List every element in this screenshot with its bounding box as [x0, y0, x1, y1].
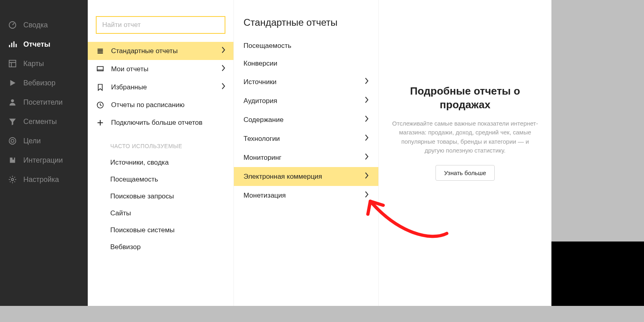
- search-box: [96, 16, 225, 34]
- std-report-label: Технологии: [244, 135, 365, 143]
- std-report-attendance[interactable]: Посещаемость: [234, 37, 378, 55]
- std-report-label: Содержание: [244, 116, 365, 124]
- report-group-standard[interactable]: Стандартные отчеты: [88, 42, 233, 60]
- info-title: Подробные отчеты о продажах: [391, 85, 539, 112]
- gear-icon: [8, 175, 17, 184]
- frequent-item[interactable]: Сайты: [88, 205, 233, 222]
- report-group-label: Отчеты по расписанию: [111, 101, 225, 109]
- std-report-audience[interactable]: Аудитория: [234, 91, 378, 110]
- nav-item-summary[interactable]: Сводка: [0, 15, 88, 35]
- chevron-right-icon: [221, 46, 225, 56]
- svg-point-3: [9, 138, 16, 144]
- svg-point-5: [11, 178, 14, 181]
- info-description: Отслеживайте самые важные показатели инт…: [391, 119, 539, 155]
- main-nav: Сводка Отчеты Карты Вебвизор Посетители: [0, 0, 88, 306]
- funnel-icon: [8, 117, 17, 126]
- nav-label: Посетители: [23, 98, 63, 107]
- plus-icon: [96, 118, 105, 127]
- panel-title: Стандартные отчеты: [234, 17, 378, 37]
- chevron-right-icon: [365, 191, 369, 200]
- std-report-label: Электронная коммерция: [244, 173, 365, 181]
- report-group-scheduled[interactable]: Отчеты по расписанию: [88, 96, 233, 114]
- list-icon: [96, 47, 105, 56]
- speedometer-icon: [8, 21, 17, 29]
- nav-label: Цели: [23, 137, 41, 145]
- play-icon: [8, 78, 17, 87]
- svg-rect-1: [9, 60, 16, 67]
- chevron-right-icon: [365, 96, 369, 105]
- layout-icon: [8, 59, 17, 68]
- frequent-item[interactable]: Посещаемость: [88, 171, 233, 188]
- std-report-label: Монетизация: [244, 192, 365, 200]
- reports-panel: Стандартные отчеты Мои отчеты Избранные: [88, 0, 233, 306]
- nav-item-visitors[interactable]: Посетители: [0, 93, 88, 112]
- std-report-label: Посещаемость: [244, 42, 369, 50]
- monitor-icon: [96, 65, 105, 74]
- nav-label: Сводка: [23, 21, 48, 29]
- nav-item-integrations[interactable]: Интеграции: [0, 151, 88, 170]
- std-report-technology[interactable]: Технологии: [234, 129, 378, 148]
- report-group-favorites[interactable]: Избранные: [88, 78, 233, 96]
- info-panel: Подробные отчеты о продажах Отслеживайте…: [378, 0, 551, 306]
- chevron-right-icon: [365, 172, 369, 181]
- puzzle-icon: [8, 156, 17, 165]
- std-report-content[interactable]: Содержание: [234, 110, 378, 129]
- nav-item-segments[interactable]: Сегменты: [0, 112, 88, 131]
- std-report-label: Аудитория: [244, 97, 365, 105]
- frequent-header: ЧАСТО ИСПОЛЬЗУЕМЫЕ: [88, 132, 233, 154]
- bookmark-icon: [96, 83, 105, 92]
- nav-label: Вебвизор: [23, 79, 56, 87]
- standard-reports-panel: Стандартные отчеты Посещаемость Конверси…: [233, 0, 378, 306]
- std-report-sources[interactable]: Источники: [234, 72, 378, 91]
- report-group-label: Стандартные отчеты: [111, 47, 221, 55]
- nav-item-settings[interactable]: Настройка: [0, 170, 88, 189]
- bar-chart-icon: [8, 40, 17, 49]
- nav-label: Интеграции: [23, 156, 63, 165]
- frequent-item[interactable]: Поисковые системы: [88, 222, 233, 239]
- report-group-my[interactable]: Мои отчеты: [88, 60, 233, 78]
- person-icon: [8, 98, 17, 107]
- nav-label: Настройка: [23, 175, 59, 184]
- std-report-monitoring[interactable]: Мониторинг: [234, 148, 378, 167]
- target-icon: [8, 136, 17, 145]
- chevron-right-icon: [221, 64, 225, 74]
- report-group-label: Подключить больше отчетов: [111, 119, 225, 127]
- search-input[interactable]: [102, 21, 219, 29]
- frequent-item[interactable]: Источники, сводка: [88, 154, 233, 171]
- report-group-label: Избранные: [111, 83, 221, 91]
- report-group-label: Мои отчеты: [111, 65, 221, 73]
- app-container: Сводка Отчеты Карты Вебвизор Посетители: [0, 0, 551, 306]
- nav-label: Отчеты: [23, 40, 50, 49]
- std-report-label: Источники: [244, 78, 365, 86]
- decorative-corner: [551, 242, 644, 306]
- frequent-item[interactable]: Поисковые запросы: [88, 188, 233, 205]
- nav-item-reports[interactable]: Отчеты: [0, 35, 88, 54]
- nav-item-maps[interactable]: Карты: [0, 54, 88, 73]
- chevron-right-icon: [365, 153, 369, 162]
- nav-item-webvisor[interactable]: Вебвизор: [0, 73, 88, 93]
- nav-label: Сегменты: [23, 118, 57, 126]
- chevron-right-icon: [365, 115, 369, 124]
- svg-point-2: [11, 99, 14, 102]
- clock-icon: [96, 101, 105, 109]
- svg-point-4: [11, 139, 14, 142]
- chevron-right-icon: [221, 83, 225, 92]
- std-report-label: Конверсии: [244, 60, 369, 68]
- nav-item-goals[interactable]: Цели: [0, 131, 88, 151]
- svg-rect-6: [97, 66, 103, 71]
- std-report-monetization[interactable]: Монетизация: [234, 186, 378, 205]
- chevron-right-icon: [365, 77, 369, 87]
- std-report-conversions[interactable]: Конверсии: [234, 55, 378, 72]
- chevron-right-icon: [365, 134, 369, 143]
- report-group-add-more[interactable]: Подключить больше отчетов: [88, 114, 233, 132]
- frequent-item[interactable]: Вебвизор: [88, 239, 233, 256]
- std-report-label: Мониторинг: [244, 154, 365, 162]
- nav-label: Карты: [23, 60, 44, 68]
- std-report-ecommerce[interactable]: Электронная коммерция: [234, 167, 378, 186]
- learn-more-button[interactable]: Узнать больше: [436, 165, 494, 181]
